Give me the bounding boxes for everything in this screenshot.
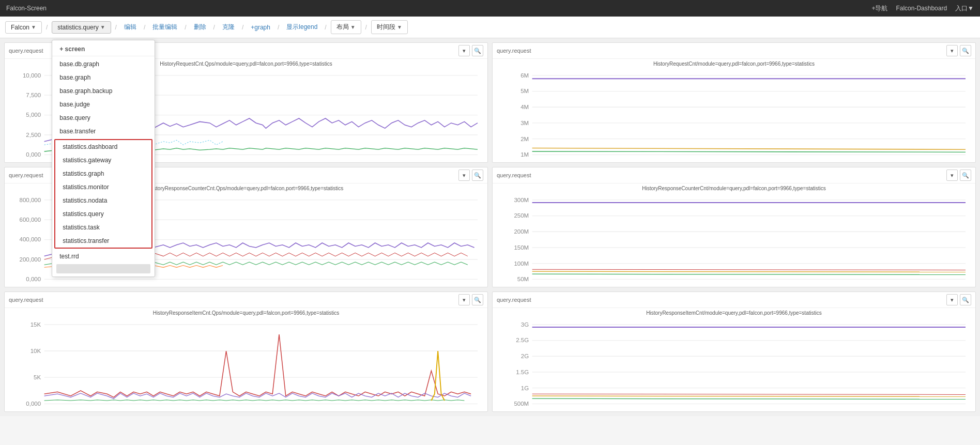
svg-line-133 <box>532 398 966 399</box>
chart-body-5: HistoryResponseItemCnt.Qps/module=query,… <box>5 308 487 411</box>
svg-text:14:30: 14:30 <box>784 286 797 287</box>
falcon-dropdown-btn[interactable]: Falcon ▼ <box>5 21 42 34</box>
delete-btn[interactable]: 删除 <box>191 21 209 34</box>
svg-text:15:00: 15:00 <box>820 411 833 411</box>
svg-text:600,000: 600,000 <box>20 217 41 223</box>
menu-item-statistics-query[interactable]: statistics.query <box>55 207 151 221</box>
chart-zoom-btn-6[interactable]: 🔍 <box>960 294 971 305</box>
svg-line-35 <box>532 148 966 150</box>
svg-text:2G: 2G <box>521 353 529 359</box>
menu-item-statistics-gateway[interactable]: statistics.gateway <box>55 154 151 167</box>
chart-dropdown-btn-3[interactable]: ▾ <box>458 170 470 181</box>
screen-dropdown-btn[interactable]: statistics.query ▼ <box>52 21 111 34</box>
chart-zoom-btn-3[interactable]: 🔍 <box>472 170 483 181</box>
svg-text:11:00: 11:00 <box>38 286 51 287</box>
menu-item-base-transfer[interactable]: base.transfer <box>52 125 155 138</box>
sep7: / <box>277 24 280 31</box>
svg-text:13:00: 13:00 <box>675 286 688 287</box>
chart-dropdown-btn-6[interactable]: ▾ <box>946 294 958 305</box>
chart-header-label-4: query.request <box>497 172 531 178</box>
svg-text:300M: 300M <box>514 197 529 203</box>
svg-text:11:00: 11:00 <box>38 411 51 411</box>
layout-btn[interactable]: 布局 ▼ <box>331 20 361 34</box>
chart-zoom-btn-5[interactable]: 🔍 <box>472 294 483 305</box>
chart-svg-6: 3G 2.5G 2G 1.5G 1G 500M 11:00 11:30 12:0… <box>495 318 973 411</box>
batch-edit-btn[interactable]: 批量编辑 <box>149 21 180 34</box>
chart-title-2: HistoryRequestCnt/module=query,pdl=falco… <box>495 61 973 67</box>
add-screen-item[interactable]: + screen <box>52 42 155 56</box>
svg-text:12:30: 12:30 <box>638 411 651 411</box>
svg-text:14:30: 14:30 <box>296 162 309 162</box>
nav-link[interactable]: +导航 <box>871 4 887 13</box>
svg-text:12:30: 12:30 <box>150 411 163 411</box>
svg-text:11:30: 11:30 <box>74 411 87 411</box>
svg-text:2M: 2M <box>520 136 529 142</box>
chart-icons-1: ▾ 🔍 <box>458 45 483 56</box>
chart-dropdown-btn-1[interactable]: ▾ <box>458 45 470 56</box>
sep1: / <box>45 24 49 31</box>
svg-text:15:30: 15:30 <box>369 162 382 162</box>
svg-text:200M: 200M <box>514 228 529 235</box>
chart-header-label-6: query.request <box>497 297 531 303</box>
chart-zoom-btn-1[interactable]: 🔍 <box>472 45 483 56</box>
edit-btn[interactable]: 编辑 <box>121 21 140 34</box>
menu-item-base-graph[interactable]: base.graph <box>52 71 155 84</box>
svg-text:10K: 10K <box>30 348 41 354</box>
top-bar: Falcon-Screen +导航 Falcon-Dashboard 入口▼ <box>0 0 980 17</box>
svg-text:150M: 150M <box>514 244 529 251</box>
menu-item-base-judge[interactable]: base.judge <box>52 98 155 111</box>
svg-text:500M: 500M <box>514 401 529 407</box>
menu-item-base-graph-backup[interactable]: base.graph.backup <box>52 84 155 98</box>
svg-text:12:00: 12:00 <box>602 162 615 162</box>
sep3: / <box>143 24 146 31</box>
svg-text:16:30: 16:30 <box>929 162 943 162</box>
svg-text:14:00: 14:00 <box>259 286 273 287</box>
chart-title-6: HistoryResponseItemCnt/module=query,pdl=… <box>495 310 973 316</box>
menu-item-statistics-nodata[interactable]: statistics.nodata <box>55 194 151 207</box>
svg-text:50M: 50M <box>517 276 529 282</box>
screen-dropdown-menu: + screen base.db.graph base.graph base.g… <box>52 40 155 277</box>
svg-line-84 <box>532 271 966 272</box>
menu-item-statistics-graph[interactable]: statistics.graph <box>55 167 151 180</box>
chart-header-5: query.request ▾ 🔍 <box>5 292 487 308</box>
chart-body-6: HistoryResponseItemCnt/module=query,pdl=… <box>493 308 975 411</box>
svg-text:11:00: 11:00 <box>526 162 539 162</box>
menu-item-statistics-task[interactable]: statistics.task <box>55 221 151 234</box>
svg-text:16:30: 16:30 <box>441 162 455 162</box>
menu-item-statistics-dashboard[interactable]: statistics.dashboard <box>55 140 151 154</box>
chart-zoom-btn-4[interactable]: 🔍 <box>960 170 971 181</box>
svg-text:5M: 5M <box>520 88 529 94</box>
chart-dropdown-btn-5[interactable]: ▾ <box>458 294 470 305</box>
login-link[interactable]: 入口▼ <box>955 4 974 13</box>
clone-btn[interactable]: 克隆 <box>219 21 238 34</box>
svg-text:15:00: 15:00 <box>332 411 345 411</box>
svg-text:11:00: 11:00 <box>38 162 51 162</box>
svg-text:12:00: 12:00 <box>602 286 615 287</box>
chart-icons-5: ▾ 🔍 <box>458 294 483 305</box>
svg-text:12:00: 12:00 <box>114 286 127 287</box>
svg-text:13:00: 13:00 <box>187 411 200 411</box>
menu-item-test-rrd[interactable]: test.rrd <box>52 250 155 263</box>
menu-item-statistics-transfer[interactable]: statistics.transfer <box>55 234 151 248</box>
chart-dropdown-btn-4[interactable]: ▾ <box>946 170 958 181</box>
svg-text:11:00: 11:00 <box>526 286 539 287</box>
svg-text:13:30: 13:30 <box>711 411 724 411</box>
show-legend-btn[interactable]: 显示legend <box>283 21 320 34</box>
time-range-btn[interactable]: 时间段 ▼ <box>371 20 408 34</box>
chart-dropdown-btn-2[interactable]: ▾ <box>946 45 958 56</box>
app-title: Falcon-Screen <box>6 5 47 12</box>
chart-body-4: HistoryResponseCounterCnt/module=query,p… <box>493 183 975 287</box>
menu-item-base-query[interactable]: base.query <box>52 111 155 125</box>
chart-zoom-btn-2[interactable]: 🔍 <box>960 45 971 56</box>
chart-title-4: HistoryResponseCounterCnt/module=query,p… <box>495 186 973 191</box>
dashboard-link[interactable]: Falcon-Dashboard <box>896 5 947 12</box>
menu-item-base-db-graph[interactable]: base.db.graph <box>52 57 155 71</box>
menu-item-statistics-monitor[interactable]: statistics.monitor <box>55 180 151 194</box>
chart-title-5: HistoryResponseItemCnt.Qps/module=query,… <box>7 310 485 316</box>
svg-text:16:00: 16:00 <box>893 411 906 411</box>
sep5: / <box>212 24 216 31</box>
svg-text:1M: 1M <box>520 151 529 158</box>
svg-text:13:30: 13:30 <box>711 286 724 287</box>
svg-text:16:30: 16:30 <box>441 286 455 287</box>
add-graph-btn[interactable]: +graph <box>248 22 273 33</box>
